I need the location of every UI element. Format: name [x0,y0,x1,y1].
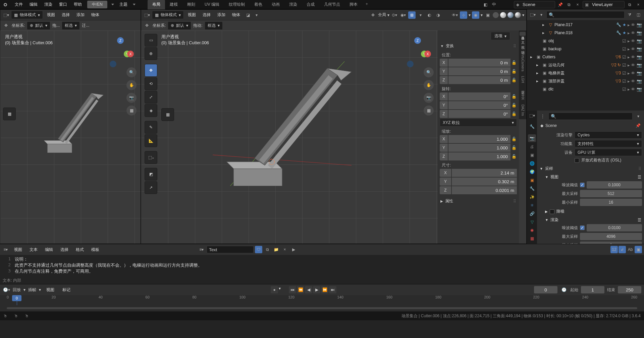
current-frame-input[interactable] [534,286,557,293]
autokey-icon[interactable]: ● [271,286,278,293]
workspace-tab[interactable]: 合成 [302,0,319,9]
shield-icon[interactable]: 🛡 [255,246,262,253]
scene-name-input[interactable] [521,1,555,8]
scrollbar[interactable] [7,307,637,309]
open-icon[interactable]: 📁 [272,246,280,253]
playback-label[interactable]: 回放 [13,287,21,293]
noise-thresh-render-input[interactable]: 0.0100 [587,224,642,231]
text-body[interactable]: 1说明： 2 此资产不支持通过几何节点自由调整高度（我现在不会。），电梯运行动画… [0,255,644,277]
zoom-icon[interactable]: 🔍 [126,67,137,77]
tree-row[interactable]: ▸▽Plane.018🔧 ★ ▸ 👁 📷 [527,29,644,37]
measure-tool[interactable]: 📐 [145,134,157,147]
lock-icon[interactable]: 🔓 [511,59,517,67]
noise-thresh-checkbox[interactable]: ✓ [580,183,585,187]
select-mode[interactable]: 框选▾ [205,21,223,30]
osl-checkbox[interactable] [575,158,579,163]
timeline-ruler[interactable]: 020406080100120140160180200220240260 0 [0,295,644,305]
overlay-icon[interactable]: ◐ [426,11,433,19]
viewlayer-name-input[interactable] [591,1,624,8]
viewport-canvas[interactable]: 用户透视 (0) 场景集合 | Cutter.006 ▭ ⊕ ✥ ⟲ ⤢ ◈ ✎… [141,30,438,244]
wordwrap-icon[interactable]: ↲ [619,246,626,253]
hdr-text[interactable]: 文本 [27,246,40,254]
jump-end-button[interactable]: ⏭ [329,286,336,293]
copy-icon[interactable]: ⧉ [626,1,633,8]
prop-tab-world[interactable]: 🌍 [528,168,536,176]
viewport-panel-header[interactable]: ▼视图☰ [544,173,642,181]
perspective-icon[interactable]: ▦ [424,106,434,116]
hdr-object[interactable]: 物体 [229,11,243,19]
rotate-tool[interactable]: ⟲ [145,77,157,90]
property-search-input[interactable] [548,113,633,120]
tree-row[interactable]: ▸▽Plane.017🔧 ★ ▸ 👁 📷 [527,21,644,29]
side-tab[interactable]: LGH [520,74,525,85]
dropdown-caret-icon[interactable] [111,4,114,5]
prop-tab-modifier[interactable]: 🔧 [528,185,536,192]
loc-z-input[interactable] [448,76,511,84]
workspace-tab[interactable]: 脚本 [345,0,362,9]
menu-file[interactable]: 文件 [11,0,26,9]
snap-icon[interactable]: ⊙▾ [391,11,398,19]
axis-neg-icon[interactable] [110,61,116,67]
loc-y-input[interactable] [448,67,511,75]
hdr-template[interactable]: 模板 [89,246,102,254]
featureset-select[interactable]: 支持特性▾ [575,140,642,147]
options-icon[interactable]: ⋮ [539,113,546,120]
tree-row-toggles[interactable]: ▸ 👁 📷 [628,22,642,27]
collapsed-tool-icon[interactable]: ▦ [161,108,174,121]
lock-icon[interactable]: 🔓 [511,152,517,160]
noise-thresh-view-input[interactable]: 0.1000 [587,181,642,189]
addon-icon[interactable]: 中 [490,1,498,8]
hdr-add[interactable]: 添加 [215,11,228,19]
addon-icon[interactable]: ◧ [482,1,489,8]
tree-row[interactable]: ▸▣电梯并盖 ▽3☑ ▸ 👁 📷 [527,69,644,77]
scale-tool[interactable]: ⤢ [145,91,157,104]
axis-x-icon[interactable]: X [424,51,431,57]
zoom-icon[interactable]: 🔍 [424,67,434,77]
camera-icon[interactable]: 📷 [424,93,434,103]
lock-icon[interactable]: 🔓 [511,144,517,152]
tree-row[interactable]: ▸▣Cutters ▽6☑ ▸ 👁 📷 [527,53,644,61]
close-icon[interactable]: × [635,1,642,8]
pivot-selector[interactable]: ⊕ 默认 ▾ [27,21,50,30]
hdr-format[interactable]: 格式 [73,246,87,254]
hdr-select[interactable]: 选择 [59,11,72,19]
mode-selector[interactable]: ▦ 物体模式 ▾ [152,11,184,19]
side-tab[interactable]: 视图 [520,41,526,45]
sampling-panel-header[interactable]: ▼采样⠿ [539,164,642,173]
play-button[interactable]: ▶ [313,286,320,293]
outliner-tree[interactable]: ▸▽Plane.017🔧 ★ ▸ 👁 📷▸▽Plane.018🔧 ★ ▸ 👁 📷… [527,20,644,111]
hdr-select[interactable]: 选择 [58,246,71,254]
prop-tab-material[interactable]: ◉ [528,226,536,234]
visibility-icon[interactable]: ▣ [635,246,642,253]
run-script-button[interactable]: ▶ [290,246,297,253]
side-tab[interactable]: 设置 [520,86,526,90]
workspace-tab[interactable]: 纹理绘制 [224,0,250,9]
rot-z-input[interactable] [448,110,511,118]
preset-icon[interactable]: ☰ [638,175,641,180]
scene-selector[interactable]: ◆ [514,1,555,8]
add-cube-tool[interactable]: ⬚₊ [145,151,157,164]
tree-row[interactable]: ▣obj☑ ▸ 👁 📷 [527,37,644,45]
jump-start-button[interactable]: ⏮ [289,286,296,293]
tree-row-toggles[interactable]: ☑ ▸ 👁 📷 [622,39,642,44]
rotation-mode-select[interactable]: XYZ 欧拉▾ [440,119,517,127]
workspace-tab-layout[interactable]: 布局 [148,0,165,9]
xray-icon[interactable]: ▣ [484,11,491,19]
workspace-tab[interactable]: 动画 [267,0,284,9]
menu-render[interactable]: 渲染 [41,0,56,9]
lock-icon[interactable]: 🔓 [511,76,517,84]
hdr-select[interactable]: 选择 [200,11,213,19]
min-samples-view-input[interactable]: 16 [580,199,642,206]
editor-type-icon[interactable]: ⬚▾ [143,11,151,19]
language-toggle[interactable]: 中/EN [87,1,107,8]
tree-row[interactable]: ▸▣运动几何 ▽2 ↻☑ ▸ 👁 📷 [527,61,644,69]
theme-label[interactable]: 主题 [116,0,131,9]
prop-tab-data[interactable]: ▽ [528,218,536,226]
tree-row-toggles[interactable]: ☑ ▸ 👁 📷 [622,63,642,68]
editor-type-icon[interactable]: ≡▾ [2,246,9,253]
playhead[interactable]: 0 [12,295,21,301]
pivot-selector[interactable]: ⊕ 默认▾ [168,21,191,30]
hdr-edit[interactable]: 编辑 [42,246,56,254]
overlay-icon[interactable]: ◉ [472,11,479,19]
dim-x-input[interactable] [452,169,517,177]
